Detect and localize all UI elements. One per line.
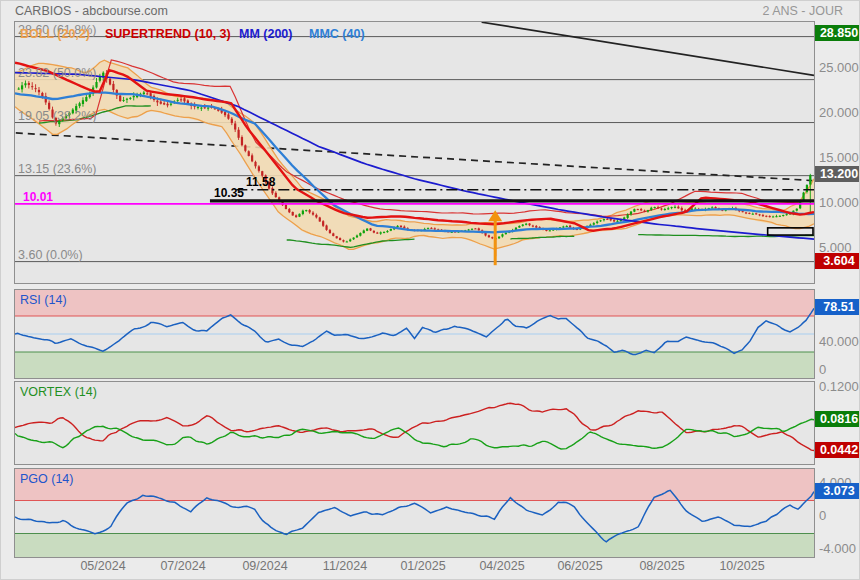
candle-body	[603, 219, 605, 220]
candle-body	[742, 211, 744, 212]
candle-body	[237, 130, 239, 138]
candle-body	[309, 210, 311, 212]
oversold-zone	[15, 352, 814, 378]
candle-body	[478, 228, 480, 230]
candle-body	[346, 241, 348, 242]
page-title: CARBIOS - abcbourse.com	[15, 4, 168, 18]
price-chart-panel[interactable]: BOLL (20,2) SUPERTREND (10, 3) MM (200) …	[14, 21, 815, 284]
legend-mmc40[interactable]: MMC (40)	[309, 27, 365, 41]
chart-application-window: CARBIOS - abcbourse.com 2 ANS - JOUR BOL…	[0, 0, 860, 580]
rsi-chart-svg[interactable]	[15, 290, 814, 378]
candle-body	[748, 213, 750, 214]
legend-mm200[interactable]: MM (200)	[239, 27, 292, 41]
scale-tick-label: -4.000	[819, 541, 856, 556]
candle-body	[616, 221, 618, 222]
candle-body	[180, 99, 182, 100]
candle-body	[231, 119, 233, 123]
high-price-badge: 28.850	[815, 25, 860, 41]
pgo-chart-svg[interactable]	[15, 469, 814, 557]
candle-body	[21, 85, 23, 89]
candle-body	[390, 229, 392, 231]
candle-body	[38, 90, 40, 92]
rsi-panel[interactable]: RSI (14)	[14, 289, 815, 379]
candle-body	[207, 108, 209, 109]
candle-body	[251, 155, 253, 161]
candle-body	[596, 222, 598, 223]
candle-body	[772, 217, 774, 218]
candle-body	[78, 103, 80, 106]
candle-body	[146, 93, 148, 94]
candle-body	[755, 213, 757, 214]
candle-body	[271, 188, 273, 193]
candle-body	[640, 209, 642, 210]
rsi-value-badge: 78.51	[815, 299, 860, 315]
candle-body	[643, 211, 645, 212]
candle-body	[518, 226, 520, 228]
support-level-label: 10.35	[214, 186, 244, 200]
candle-body	[769, 216, 771, 217]
candle-body	[119, 96, 121, 102]
candle-body	[322, 221, 324, 226]
candle-body	[380, 232, 382, 233]
candle-body	[796, 209, 798, 211]
scale-tick-label: 0.1200	[819, 379, 859, 394]
candle-body	[522, 225, 524, 226]
buy-signal-arrow-head	[488, 210, 502, 221]
candle-body	[298, 214, 300, 217]
candle-body	[758, 214, 760, 215]
pgo-panel[interactable]: PGO (14)	[14, 468, 815, 558]
candle-body	[143, 93, 145, 95]
candle-body	[671, 207, 673, 208]
vortex-minus-badge: 0.0442	[815, 442, 860, 458]
candle-body	[630, 212, 632, 215]
candle-body	[305, 210, 307, 211]
candle-body	[782, 215, 784, 216]
vortex-panel[interactable]: VORTEX (14)	[14, 381, 815, 465]
candle-body	[786, 214, 788, 215]
candle-body	[18, 89, 20, 90]
candle-body	[488, 235, 490, 237]
candle-body	[258, 166, 260, 170]
candle-body	[353, 238, 355, 240]
vortex-plus-line	[15, 419, 814, 449]
candle-body	[434, 228, 436, 229]
vortex-chart-svg[interactable]	[15, 382, 814, 464]
fib-level-label: 19.05 (38.2%)	[18, 109, 97, 123]
candle-body	[562, 226, 564, 227]
candle-body	[24, 83, 26, 85]
candle-body	[386, 231, 388, 232]
candle-body	[166, 104, 168, 106]
consolidation-box	[768, 228, 813, 235]
candle-body	[501, 234, 503, 236]
candle-body	[376, 233, 378, 234]
candle-body	[505, 233, 507, 234]
candle-body	[498, 237, 500, 239]
candle-body	[714, 207, 716, 208]
candle-body	[545, 230, 547, 231]
candle-body	[319, 217, 321, 221]
candle-body	[806, 185, 808, 192]
price-chart-svg[interactable]	[15, 22, 814, 283]
candle-body	[664, 209, 666, 210]
candle-body	[660, 209, 662, 210]
candle-body	[112, 84, 114, 90]
legend-boll[interactable]: BOLL (20,2)	[20, 27, 90, 41]
scale-tick-label: 15.000	[819, 150, 859, 165]
fib-level-label: 23.82 (50.0%)	[18, 66, 97, 80]
candle-body	[356, 236, 358, 238]
candle-body	[244, 145, 246, 150]
candle-body	[292, 212, 294, 215]
candle-body	[468, 230, 470, 231]
candle-body	[606, 219, 608, 220]
candle-body	[325, 225, 327, 229]
magenta-level-label: 10.01	[23, 190, 53, 204]
candle-body	[163, 103, 165, 104]
candle-body	[532, 226, 534, 227]
candle-body	[745, 212, 747, 213]
scale-tick-label: 10.000	[819, 195, 859, 210]
legend-supertrend[interactable]: SUPERTREND (10, 3)	[105, 27, 231, 41]
candle-body	[599, 220, 601, 221]
candle-body	[227, 114, 229, 118]
candle-body	[204, 107, 206, 108]
x-axis-label: 09/2024	[233, 559, 297, 573]
